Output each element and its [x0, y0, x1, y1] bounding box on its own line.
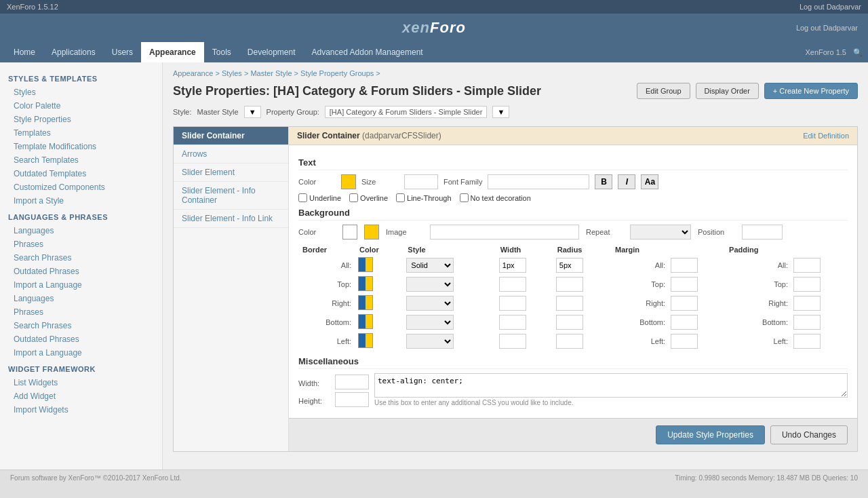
prop-nav-info-link[interactable]: Slider Element - Info Link — [174, 210, 288, 228]
linethrough-checkbox[interactable] — [396, 193, 405, 202]
top-style-select[interactable] — [406, 277, 454, 292]
breadcrumb-styles[interactable]: Styles > — [222, 69, 248, 77]
right-style-select[interactable] — [406, 296, 454, 311]
italic-button[interactable]: I — [618, 174, 635, 189]
search-icon[interactable]: 🔍 — [853, 48, 863, 57]
update-style-properties-button[interactable]: Update Style Properties — [656, 425, 765, 444]
nav-development[interactable]: Development — [239, 42, 304, 62]
no-decoration-checkbox[interactable] — [460, 193, 469, 202]
sidebar-item-styles[interactable]: Styles — [0, 85, 162, 99]
sidebar-item-search-phrases-2[interactable]: Search Phrases — [0, 319, 162, 332]
text-color-swatch[interactable] — [341, 174, 356, 189]
sidebar-item-list-widgets[interactable]: List Widgets — [0, 376, 162, 389]
sidebar-item-languages-2[interactable]: Languages — [0, 292, 162, 305]
display-order-button[interactable]: Display Order — [696, 83, 759, 99]
left-padding-input[interactable] — [793, 334, 821, 349]
nav-home[interactable]: Home — [5, 42, 43, 62]
nav-appearance[interactable]: Appearance — [141, 42, 204, 62]
sidebar-item-add-widget[interactable]: Add Widget — [0, 389, 162, 403]
bg-color-check[interactable] — [342, 225, 357, 240]
overline-checkbox-label[interactable]: Overline — [349, 193, 388, 202]
left-margin-input[interactable] — [671, 334, 698, 349]
sidebar-item-import-style[interactable]: Import a Style — [0, 194, 162, 208]
bottom-margin-input[interactable] — [671, 315, 698, 330]
breadcrumb-property-groups[interactable]: Style Property Groups > — [300, 69, 380, 77]
left-radius-input[interactable] — [556, 334, 583, 349]
all-radius-input[interactable] — [556, 258, 583, 273]
bottom-radius-input[interactable] — [556, 315, 583, 330]
text-size-input[interactable] — [404, 174, 438, 189]
style-dropdown[interactable]: ▼ — [244, 106, 261, 118]
prop-nav-arrows[interactable]: Arrows — [174, 145, 288, 164]
overline-checkbox[interactable] — [349, 193, 358, 202]
sidebar-item-outdated-phrases-2[interactable]: Outdated Phrases — [0, 332, 162, 346]
sidebar-item-import-language-2[interactable]: Import a Language — [0, 346, 162, 360]
nav-addon[interactable]: Advanced Addon Management — [304, 42, 431, 62]
all-style-select[interactable]: Solid — [406, 258, 454, 273]
bottom-style-select[interactable] — [406, 315, 454, 330]
bg-color-swatch[interactable] — [364, 225, 379, 240]
sidebar-item-customized-components[interactable]: Customized Components — [0, 180, 162, 194]
top-color-swatch[interactable] — [358, 276, 373, 291]
left-color-swatch[interactable] — [358, 333, 373, 348]
bottom-width-input[interactable] — [499, 315, 526, 330]
all-padding-input[interactable] — [793, 258, 821, 273]
prop-nav-slider-element[interactable]: Slider Element — [174, 164, 288, 182]
top-radius-input[interactable] — [556, 277, 583, 292]
create-new-property-button[interactable]: + Create New Property — [764, 83, 858, 99]
sidebar-item-templates[interactable]: Templates — [0, 126, 162, 140]
bg-position-input[interactable] — [742, 225, 783, 240]
aa-button[interactable]: Aa — [641, 174, 658, 189]
sidebar-item-template-modifications[interactable]: Template Modifications — [0, 140, 162, 153]
all-margin-input[interactable] — [671, 258, 698, 273]
bg-image-input[interactable] — [430, 225, 579, 240]
breadcrumb-appearance[interactable]: Appearance > — [173, 69, 220, 77]
edit-group-button[interactable]: Edit Group — [637, 83, 690, 99]
sidebar-item-color-palette[interactable]: Color Palette — [0, 99, 162, 113]
sidebar-item-phrases-1[interactable]: Phrases — [0, 237, 162, 251]
sidebar-item-phrases-2[interactable]: Phrases — [0, 305, 162, 319]
all-width-input[interactable] — [499, 258, 526, 273]
no-decoration-checkbox-label[interactable]: No text decoration — [460, 193, 531, 202]
linethrough-checkbox-label[interactable]: Line-Through — [396, 193, 451, 202]
undo-changes-button[interactable]: Undo Changes — [770, 425, 848, 444]
bold-button[interactable]: B — [595, 174, 612, 189]
top-padding-input[interactable] — [793, 277, 821, 292]
top-margin-input[interactable] — [671, 277, 698, 292]
sidebar-item-search-phrases-1[interactable]: Search Phrases — [0, 251, 162, 265]
right-padding-input[interactable] — [793, 296, 821, 311]
underline-checkbox-label[interactable]: Underline — [298, 193, 341, 202]
breadcrumb-master-style[interactable]: Master Style > — [250, 69, 298, 77]
property-group-dropdown[interactable]: ▼ — [492, 106, 509, 118]
prop-nav-info-container[interactable]: Slider Element - Info Container — [174, 182, 288, 210]
underline-checkbox[interactable] — [298, 193, 307, 202]
right-radius-input[interactable] — [556, 296, 583, 311]
right-color-swatch[interactable] — [358, 295, 373, 310]
sidebar-item-search-templates[interactable]: Search Templates — [0, 153, 162, 167]
font-family-input[interactable] — [488, 174, 589, 189]
sidebar-item-import-widgets[interactable]: Import Widgets — [0, 403, 162, 417]
sidebar-item-languages-1[interactable]: Languages — [0, 224, 162, 237]
nav-tools[interactable]: Tools — [204, 42, 239, 62]
left-style-select[interactable] — [406, 334, 454, 349]
right-margin-input[interactable] — [671, 296, 698, 311]
sidebar-item-outdated-templates[interactable]: Outdated Templates — [0, 167, 162, 180]
top-width-input[interactable] — [499, 277, 526, 292]
edit-definition-link[interactable]: Edit Definition — [803, 132, 849, 140]
prop-nav-slider-container[interactable]: Slider Container — [174, 127, 288, 145]
bottom-padding-input[interactable] — [793, 315, 821, 330]
misc-width-input[interactable] — [335, 375, 369, 389]
bottom-color-swatch[interactable] — [358, 314, 373, 329]
left-width-input[interactable] — [499, 334, 526, 349]
logout-link[interactable]: Log out Dadparvar — [800, 3, 861, 11]
sidebar-item-style-properties[interactable]: Style Properties — [0, 113, 162, 126]
right-width-input[interactable] — [499, 296, 526, 311]
misc-height-input[interactable] — [335, 392, 369, 407]
nav-applications[interactable]: Applications — [43, 42, 104, 62]
nav-users[interactable]: Users — [104, 42, 141, 62]
logout-label[interactable]: Log out Dadparvar — [796, 24, 858, 32]
sidebar-item-import-language-1[interactable]: Import a Language — [0, 278, 162, 292]
all-color-swatch[interactable] — [358, 257, 373, 272]
css-textarea[interactable]: text-align: center; — [374, 373, 848, 398]
bg-repeat-select[interactable] — [630, 225, 691, 240]
